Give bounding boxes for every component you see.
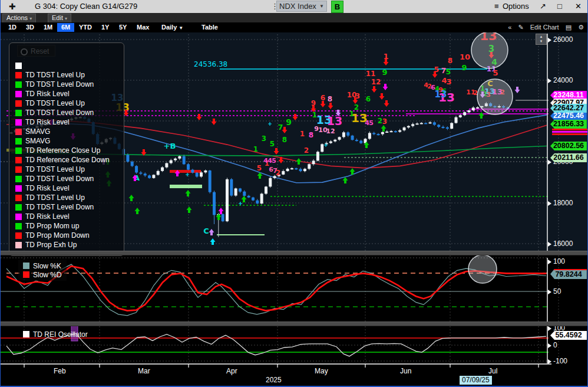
legend-item[interactable]: TD Prop Mom up bbox=[9, 221, 124, 231]
candle-body bbox=[463, 112, 466, 115]
candle-body bbox=[433, 122, 436, 124]
td-count-mark: 12 bbox=[371, 78, 381, 86]
options-menu-icon[interactable]: ≡ bbox=[494, 2, 499, 11]
legend-label: Slow %D bbox=[33, 271, 62, 279]
candle-body bbox=[442, 127, 445, 128]
td-count-mark: 8 bbox=[309, 131, 313, 139]
panel-divider[interactable] bbox=[1, 322, 588, 326]
candle-body bbox=[204, 170, 207, 172]
stoch-tick: 50 bbox=[553, 287, 561, 296]
candle-body bbox=[243, 192, 246, 196]
tab-range-1d[interactable]: 1D bbox=[4, 23, 21, 32]
last-price-badge: 22642.27 bbox=[550, 104, 587, 113]
candle-body bbox=[403, 127, 406, 130]
candle-body bbox=[398, 130, 401, 132]
td-count-mark: 5 bbox=[369, 119, 374, 127]
close-icon[interactable]: ✕ bbox=[575, 2, 582, 11]
tab-range-max[interactable]: Max bbox=[133, 23, 153, 32]
tab-range-5y[interactable]: 5Y bbox=[115, 23, 131, 32]
legend-item[interactable] bbox=[9, 61, 124, 70]
options-label[interactable]: Options bbox=[503, 2, 529, 11]
legend-item[interactable]: TD Prop Exh Up bbox=[9, 240, 124, 250]
legend-item[interactable]: TD TDST Level Down bbox=[9, 202, 124, 212]
legend-item[interactable]: TD Risk Level bbox=[9, 117, 124, 127]
candle-body bbox=[234, 188, 237, 195]
td-count-mark: 8 bbox=[282, 136, 287, 144]
td-count-mark: 11 bbox=[366, 70, 376, 78]
window-title: G 304: Copy Clean G14/G279 bbox=[35, 2, 137, 11]
legend-item[interactable]: TD Risk Level bbox=[9, 212, 124, 221]
legend-swatch bbox=[15, 214, 22, 220]
legend-item[interactable]: TD Risk Level bbox=[9, 89, 124, 99]
td-count-mark: 1 bbox=[300, 130, 305, 138]
candle-body bbox=[126, 155, 129, 162]
menu-edit[interactable]: Edit ▾ bbox=[48, 14, 71, 23]
legend-item[interactable]: SMAVG bbox=[9, 127, 124, 136]
reference-bar bbox=[170, 185, 202, 188]
legend-label: TD TDST Level Up bbox=[25, 194, 85, 202]
highlight-circle bbox=[477, 79, 513, 114]
candle-body bbox=[325, 143, 328, 144]
legend-item[interactable]: TD TDST Level Down bbox=[9, 80, 124, 89]
collapse-icon[interactable]: « bbox=[508, 24, 511, 31]
level-stripe bbox=[552, 129, 588, 130]
legend-swatch bbox=[15, 72, 22, 78]
candle-body bbox=[459, 115, 462, 117]
td-count-mark: 3 bbox=[446, 77, 451, 86]
legend-item[interactable]: SMAVG bbox=[9, 136, 124, 146]
tab-table[interactable]: Table bbox=[197, 23, 222, 32]
popout-icon[interactable]: ↗ bbox=[540, 2, 546, 11]
candle-body bbox=[372, 133, 375, 134]
candle-body bbox=[420, 123, 423, 124]
legend-swatch bbox=[15, 91, 22, 97]
candle-body bbox=[295, 168, 298, 169]
legend-item[interactable]: TD Risk Level bbox=[9, 183, 124, 193]
tab-range-ytd[interactable]: YTD bbox=[75, 23, 96, 32]
candle-body bbox=[454, 117, 457, 123]
legend-item[interactable]: TD TDST Level Up bbox=[9, 99, 124, 108]
td-count-mark: 9 bbox=[461, 63, 467, 72]
candle-body bbox=[200, 172, 203, 176]
candle-body bbox=[174, 159, 177, 160]
menu-actions[interactable]: Actions ▾ bbox=[2, 14, 36, 23]
gear-icon[interactable]: ⚙ bbox=[578, 24, 584, 31]
lower-plot-bg bbox=[1, 251, 588, 387]
legend-item[interactable]: TD Reference Close Up bbox=[9, 146, 124, 155]
candle-body bbox=[346, 132, 349, 135]
legend-item[interactable]: TD TDST Level Up bbox=[9, 165, 124, 174]
legend-item[interactable]: TD Prop Mom Down bbox=[9, 231, 124, 240]
candle-body bbox=[286, 169, 289, 171]
maximize-icon[interactable]: □ bbox=[557, 2, 562, 11]
candle-body bbox=[359, 141, 362, 143]
tab-range-1m[interactable]: 1M bbox=[39, 23, 57, 32]
legend-item[interactable]: TD Reference Close Down bbox=[9, 155, 124, 165]
edit-chart-button[interactable]: Edit Chart bbox=[530, 24, 559, 31]
td-count-mark: 2 bbox=[304, 146, 309, 155]
period-dropdown[interactable]: Daily ▼ bbox=[157, 23, 187, 32]
pencil-icon[interactable]: ✎ bbox=[518, 24, 523, 31]
candle-body bbox=[299, 169, 302, 171]
security-selector[interactable]: NDX Index ▼ bbox=[276, 1, 327, 12]
annotate-icon[interactable]: ▤ bbox=[566, 24, 572, 31]
legend-item[interactable]: TD TDST Level Down bbox=[9, 174, 124, 183]
smavg-badge: 20802.56 bbox=[550, 142, 587, 150]
candle-body bbox=[157, 171, 160, 175]
move-window-icon[interactable]: ✚ bbox=[9, 2, 16, 11]
legend-item[interactable]: TD TDST Level Up bbox=[9, 70, 124, 80]
panel-divider[interactable] bbox=[1, 251, 588, 255]
td-count-mark: 5 bbox=[257, 164, 262, 172]
td-count-mark: 9 bbox=[382, 68, 387, 77]
candle-body bbox=[213, 192, 216, 215]
legend-item[interactable]: TD TDST Level Up bbox=[9, 193, 124, 202]
price-tick: 24000 bbox=[553, 76, 573, 84]
legend-item[interactable]: TD TDST Level Down bbox=[9, 108, 124, 117]
tab-range-3d[interactable]: 3D bbox=[22, 23, 38, 32]
tab-range-6m[interactable]: 6M bbox=[57, 23, 74, 32]
legend-item: Slow %K bbox=[23, 261, 62, 270]
level-stripe bbox=[552, 131, 588, 133]
rei-value-badge: 55.4592 bbox=[550, 331, 587, 340]
legend-swatch bbox=[15, 223, 22, 229]
legend-label: TD Prop Mom up bbox=[25, 222, 79, 230]
tab-range-1y[interactable]: 1Y bbox=[97, 23, 113, 32]
axis-pan-control[interactable]: ▲▼ bbox=[536, 34, 547, 45]
